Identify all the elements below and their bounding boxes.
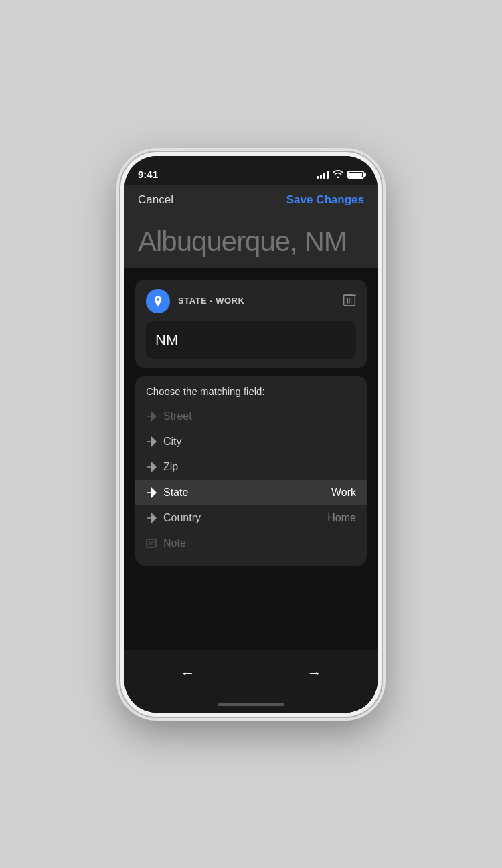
signal-bar-3 <box>323 173 325 179</box>
city-label: City <box>163 436 182 448</box>
field-list-left-country: Country <box>146 512 201 524</box>
field-list-left-city: City <box>146 436 182 448</box>
state-label: State <box>163 487 188 499</box>
phone-screen: 9:41 <box>124 156 378 713</box>
battery-icon <box>347 171 364 179</box>
state-sublabel: Work <box>331 487 356 499</box>
arrow-icon-city <box>146 436 157 447</box>
list-item-note[interactable]: Note <box>135 531 367 556</box>
country-label: Country <box>163 512 201 524</box>
field-value[interactable]: NM <box>146 321 356 359</box>
signal-bar-1 <box>317 176 319 179</box>
matching-title: Choose the matching field: <box>135 385 367 404</box>
wifi-icon <box>333 170 343 180</box>
arrow-icon-zip <box>146 462 157 472</box>
bottom-nav: ← → <box>124 650 378 697</box>
list-item-street[interactable]: Street <box>135 404 367 429</box>
notch <box>207 156 295 176</box>
signal-bar-4 <box>327 171 329 179</box>
main-section: STATE - WORK <box>124 269 378 650</box>
field-list-left-zip: Zip <box>146 461 178 473</box>
svg-point-0 <box>157 298 159 300</box>
zip-label: Zip <box>163 461 178 473</box>
forward-arrow-button[interactable]: → <box>280 658 349 689</box>
arrow-icon-country <box>146 513 157 523</box>
arrow-icon-street <box>146 411 157 422</box>
home-indicator-area <box>124 697 378 713</box>
street-label: Street <box>163 410 192 422</box>
note-label: Note <box>163 537 186 549</box>
arrow-icon-state <box>146 487 157 498</box>
signal-bar-2 <box>320 175 322 179</box>
status-icons <box>317 170 364 180</box>
list-item-zip[interactable]: Zip <box>135 454 367 480</box>
signal-icon <box>317 171 329 179</box>
phone-frame: 9:41 <box>120 152 382 717</box>
field-list-left: Street <box>146 410 192 422</box>
location-blur-area: Albuquerque, NM <box>124 215 378 269</box>
save-changes-button[interactable]: Save Changes <box>286 193 364 207</box>
field-list-left-state: State <box>146 487 188 499</box>
list-item-city[interactable]: City <box>135 429 367 454</box>
home-bar <box>218 703 284 706</box>
field-header-left: STATE - WORK <box>146 289 244 313</box>
location-pin-icon <box>146 289 170 313</box>
svg-rect-6 <box>147 539 156 547</box>
battery-fill <box>349 173 362 177</box>
back-arrow-button[interactable]: ← <box>154 658 222 689</box>
matching-field-card: Choose the matching field: Street <box>135 376 367 566</box>
location-text: Albuquerque, NM <box>138 226 347 258</box>
field-header: STATE - WORK <box>146 289 356 313</box>
country-sublabel: Home <box>327 512 356 524</box>
nav-bar: Cancel Save Changes <box>124 185 378 215</box>
field-name-label: STATE - WORK <box>178 296 244 306</box>
delete-button[interactable] <box>343 292 356 310</box>
list-item-country[interactable]: Country Home <box>135 505 367 531</box>
cancel-button[interactable]: Cancel <box>138 193 173 207</box>
field-card: STATE - WORK <box>135 280 367 368</box>
field-list-left-note: Note <box>146 537 186 549</box>
note-icon <box>146 539 157 548</box>
screen-content: Cancel Save Changes Albuquerque, NM <box>124 185 378 713</box>
list-item-state[interactable]: State Work <box>135 480 367 505</box>
